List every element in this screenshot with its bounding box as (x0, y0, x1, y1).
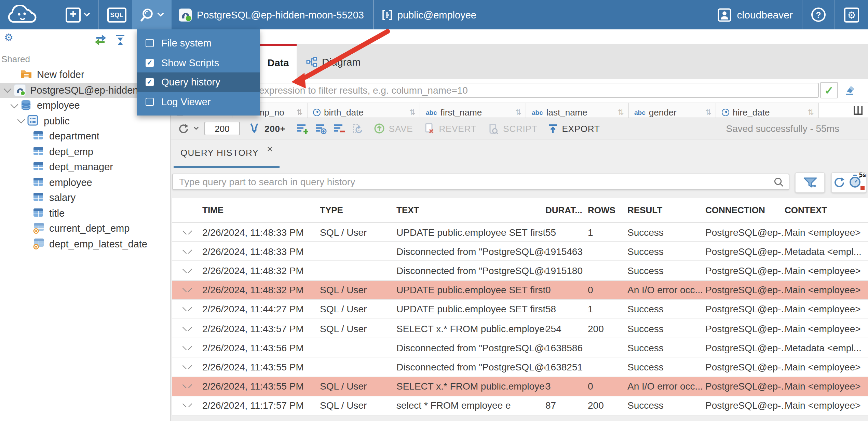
sql-editor-button[interactable]: SQL (107, 7, 126, 22)
checkbox[interactable] (146, 39, 154, 47)
chevron-down-icon[interactable] (182, 249, 192, 254)
tab-diagram[interactable]: Diagram (297, 44, 370, 79)
history-column-header[interactable]: TYPE (320, 205, 396, 215)
checkbox[interactable] (146, 98, 154, 106)
expand-row-cell[interactable] (172, 404, 202, 408)
history-column-header[interactable]: ROWS (588, 205, 627, 215)
expand-row-cell[interactable] (172, 365, 202, 369)
new-connection-button[interactable]: + (66, 7, 90, 22)
schema-selector[interactable]: public@employee (382, 9, 476, 20)
revert-cell-button[interactable] (352, 123, 363, 134)
chevron-down-icon[interactable] (182, 404, 192, 408)
chevron-down-icon[interactable] (182, 326, 192, 330)
fetch-more-button[interactable]: 200+ (249, 123, 286, 134)
tree-node[interactable]: current_dept_emp (0, 221, 170, 236)
help-button[interactable]: ? (811, 8, 826, 22)
grid-columns-icon[interactable] (854, 105, 863, 118)
grid-column-header[interactable]: abc gender ⇅ (629, 103, 716, 118)
grid-column-header[interactable]: abc first_name ⇅ (420, 103, 526, 118)
tools-menu-item[interactable]: File system (137, 33, 260, 53)
chevron-down-icon[interactable] (182, 288, 192, 292)
history-column-header[interactable]: TEXT (396, 205, 545, 215)
history-refresh-group[interactable]: 5s (831, 172, 867, 193)
history-row[interactable]: 2/26/2024, 11:43:57 PM SQL / User SELECT… (172, 319, 868, 338)
grid-column-header[interactable]: hire_date ⇅ (716, 103, 819, 118)
tree-chevron-icon[interactable] (16, 119, 26, 123)
tree-node[interactable]: salary (0, 190, 170, 205)
history-row[interactable]: 2/26/2024, 11:43:56 PM Disconnected from… (172, 338, 868, 357)
tools-menu-button[interactable] (132, 0, 172, 29)
history-row[interactable]: 2/26/2024, 11:43:55 PM SQL / User SELECT… (172, 377, 868, 396)
tree-node[interactable]: dept_emp (0, 144, 170, 159)
history-row[interactable]: 2/26/2024, 11:48:32 PM SQL / User UPDATE… (172, 281, 868, 300)
tree-node[interactable]: department (0, 128, 170, 144)
connection-selector[interactable]: PostgreSQL@ep-hidden-moon-55203 (178, 8, 364, 22)
chevron-down-icon[interactable] (182, 307, 192, 311)
chevron-down-icon[interactable] (182, 384, 192, 388)
tree-node[interactable]: dept_emp_latest_date (0, 236, 170, 252)
row-limit-input[interactable] (204, 122, 240, 135)
refresh-button[interactable] (178, 123, 199, 134)
history-row[interactable]: 2/26/2024, 11:48:32 PM Disconnected from… (172, 261, 868, 281)
close-icon[interactable]: × (267, 143, 273, 154)
sort-icon[interactable]: ⇅ (705, 108, 711, 117)
sort-icon[interactable]: ⇅ (409, 108, 416, 117)
history-row[interactable]: 2/26/2024, 11:44:27 PM SQL / User UPDATE… (172, 300, 868, 319)
checkbox[interactable]: ✓ (146, 78, 154, 86)
tree-node[interactable]: title (0, 205, 170, 221)
history-column-header[interactable]: TIME (202, 205, 320, 215)
expand-row-cell[interactable] (172, 230, 202, 234)
filter-expression-input[interactable] (253, 83, 819, 98)
grid-column-header[interactable]: abc last_name ⇅ (526, 103, 629, 118)
tree-node[interactable]: employee (0, 175, 170, 190)
history-row[interactable]: 2/26/2024, 11:48:33 PM Disconnected from… (172, 242, 868, 261)
tools-menu-item[interactable]: ✓ Show Scripts (137, 53, 260, 72)
duplicate-row-button[interactable] (315, 123, 327, 134)
history-column-header[interactable]: CONTEXT (785, 205, 868, 215)
history-column-header[interactable]: RESULT (627, 205, 705, 215)
expand-row-cell[interactable] (172, 326, 202, 330)
expand-row-cell[interactable] (172, 307, 202, 311)
sort-icon[interactable]: ⇅ (808, 108, 814, 117)
save-button[interactable]: SAVE (374, 123, 413, 134)
cloudbeaver-logo-icon[interactable] (7, 4, 37, 25)
settings-button[interactable]: ⚙ (844, 7, 859, 22)
chevron-down-icon[interactable] (182, 230, 192, 234)
user-menu-button[interactable]: cloudbeaver (718, 8, 793, 22)
history-column-header[interactable]: CONNECTION (705, 205, 785, 215)
chevron-down-icon[interactable] (182, 365, 192, 369)
tools-menu-item[interactable]: ✓ Query history (137, 72, 260, 92)
delete-row-button[interactable] (334, 123, 345, 134)
sort-icon[interactable]: ⇅ (618, 108, 624, 117)
history-row[interactable]: 2/26/2024, 11:17:57 PM SQL / User select… (172, 396, 868, 416)
history-row[interactable]: 2/26/2024, 11:43:55 PM Disconnected from… (172, 358, 868, 377)
history-row[interactable]: 2/26/2024, 11:48:33 PM SQL / User UPDATE… (172, 223, 868, 242)
tree-chevron-icon[interactable] (10, 104, 19, 107)
expand-row-cell[interactable] (172, 249, 202, 254)
clear-filter-icon[interactable] (843, 85, 856, 98)
grid-column-header[interactable]: birth_date ⇅ (308, 103, 420, 118)
sort-icon[interactable]: ⇅ (297, 108, 303, 117)
script-button[interactable]: SCRIPT (487, 123, 537, 134)
tab-data[interactable]: Data (260, 44, 297, 79)
navigator-settings-icon[interactable]: ⚙ (4, 32, 13, 42)
sync-connection-icon[interactable] (94, 35, 107, 48)
expand-row-cell[interactable] (172, 346, 202, 350)
history-column-header[interactable]: DURAT... (545, 205, 588, 215)
expand-row-cell[interactable] (172, 269, 202, 273)
expand-row-cell[interactable] (172, 288, 202, 292)
export-button[interactable]: EXPORT (548, 123, 600, 134)
revert-button[interactable]: REVERT (424, 123, 476, 134)
tab-query-history[interactable]: QUERY HISTORY × (174, 139, 280, 168)
tree-chevron-icon[interactable] (3, 89, 12, 92)
tree-node[interactable]: dept_manager (0, 159, 170, 175)
history-filter-button[interactable] (795, 172, 825, 193)
expand-row-cell[interactable] (172, 384, 202, 388)
tools-menu-item[interactable]: Log Viewer (137, 92, 260, 111)
chevron-down-icon[interactable] (182, 346, 192, 350)
collapse-all-icon[interactable] (115, 35, 126, 48)
apply-filter-button[interactable]: ✓ (820, 82, 838, 98)
history-search-input[interactable] (172, 174, 789, 190)
checkbox[interactable]: ✓ (146, 59, 154, 67)
chevron-down-icon[interactable] (182, 269, 192, 273)
